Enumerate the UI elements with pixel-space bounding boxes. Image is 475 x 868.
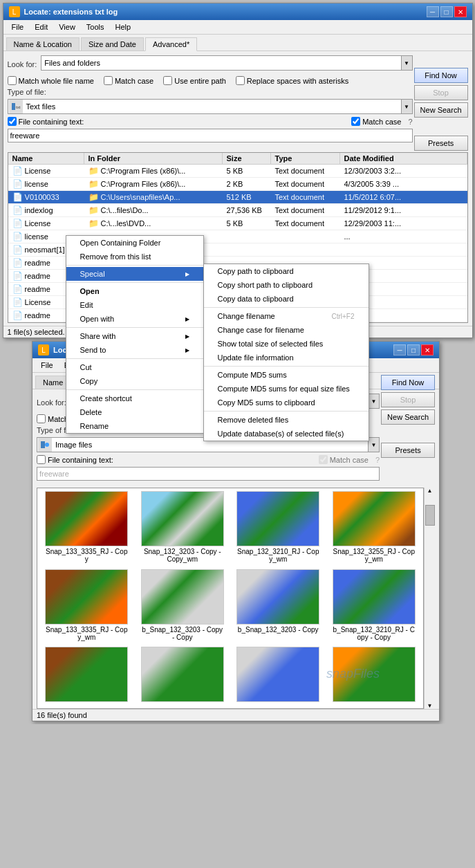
- ctx-copy[interactable]: Copy: [66, 374, 203, 388]
- sub-change-case[interactable]: Change case for filename: [204, 323, 369, 337]
- sub-remove-deleted[interactable]: Remove deleted files: [204, 413, 369, 427]
- sub-change-filename[interactable]: Change filenameCtrl+F2: [204, 309, 369, 323]
- sub-show-total-size[interactable]: Show total size of selected files: [204, 337, 369, 351]
- col-type[interactable]: Type: [271, 153, 340, 164]
- image-item-7[interactable]: b_Snap_132_3210_RJ - Copy - Copy: [328, 569, 421, 645]
- image-item-6[interactable]: b_Snap_132_3203 - Copy: [232, 569, 325, 645]
- replace-spaces-checkbox[interactable]: Replace spaces with asterisks: [236, 76, 348, 85]
- ctx-remove[interactable]: Remove from this list: [66, 250, 203, 264]
- ctx-rename[interactable]: Rename: [66, 419, 203, 433]
- close-btn-2[interactable]: ✕: [421, 344, 434, 355]
- whole-name-input-2[interactable]: [37, 414, 46, 423]
- close-btn-1[interactable]: ✕: [454, 6, 467, 17]
- file-row-4[interactable]: License 📁 C:\...les\DVD... 5 KB Text doc…: [8, 217, 467, 230]
- type-dropdown[interactable]: txt Text files ▼: [8, 99, 413, 114]
- col-date[interactable]: Date Modified: [340, 153, 467, 164]
- scrollbar-2[interactable]: ▲ ▼: [424, 488, 435, 709]
- ctx-open-containing[interactable]: Open Containing Folder: [66, 236, 203, 250]
- sub-update-db[interactable]: Update database(s) of selected file(s): [204, 427, 369, 441]
- ctx-special[interactable]: Special: [66, 267, 203, 281]
- match-case2-checkbox[interactable]: Match case: [351, 117, 401, 126]
- image-item-9[interactable]: [136, 647, 230, 705]
- lookfor-arrow[interactable]: ▼: [401, 56, 412, 70]
- sub-compute-md5-equal[interactable]: Compute MD5 sums for equal size files: [204, 382, 369, 396]
- help-icon[interactable]: ?: [408, 118, 412, 126]
- match-case2-input[interactable]: [351, 117, 360, 126]
- whole-name-checkbox[interactable]: Match whole file name: [8, 76, 94, 85]
- match-case2-checkbox-2[interactable]: Match case: [319, 455, 369, 464]
- col-size[interactable]: Size: [223, 153, 271, 164]
- menu-edit-1[interactable]: Edit: [29, 21, 53, 33]
- image-item-11[interactable]: [328, 647, 421, 705]
- scroll-up-btn[interactable]: ▲: [425, 488, 435, 494]
- scroll-thumb[interactable]: [425, 505, 435, 526]
- file-row-2[interactable]: V0100033 📁 C:\Users\snapfiles\Ap... 512 …: [8, 191, 467, 204]
- ctx-delete[interactable]: Delete: [66, 405, 203, 419]
- sub-copy-short-path[interactable]: Copy short path to clipboard: [204, 278, 369, 292]
- tab-advanced-1[interactable]: Advanced*: [145, 37, 197, 51]
- match-case-input-1[interactable]: [104, 76, 113, 85]
- stop-btn-1[interactable]: Stop: [414, 85, 468, 100]
- presets-btn-1[interactable]: Presets: [414, 136, 468, 151]
- image-item-5[interactable]: b_Snap_132_3203 - Copy - Copy: [136, 569, 230, 645]
- tab-name-location-1[interactable]: Name & Location: [6, 37, 80, 50]
- containing-text-input[interactable]: [8, 129, 413, 142]
- maximize-btn-1[interactable]: □: [440, 6, 453, 17]
- sub-update-file-info[interactable]: Update file information: [204, 351, 369, 364]
- ctx-share-with[interactable]: Share with: [66, 329, 203, 343]
- image-item-8[interactable]: [40, 647, 133, 705]
- ctx-cut[interactable]: Cut: [66, 360, 203, 374]
- sub-copy-path[interactable]: Copy path to clipboard: [204, 264, 369, 278]
- find-now-btn-2[interactable]: Find Now: [381, 375, 435, 390]
- match-case-checkbox-1[interactable]: Match case: [104, 76, 153, 85]
- ctx-open-with[interactable]: Open with: [66, 312, 203, 326]
- image-item-4[interactable]: Snap_133_3335_RJ - Copy_wm: [40, 569, 133, 645]
- sub-copy-md5[interactable]: Copy MD5 sums to clipboard: [204, 396, 369, 409]
- ctx-create-shortcut[interactable]: Create shortcut: [66, 391, 203, 405]
- replace-spaces-input[interactable]: [236, 76, 245, 85]
- whole-name-input[interactable]: [8, 76, 17, 85]
- menu-tools-1[interactable]: Tools: [81, 21, 110, 33]
- presets-btn-2[interactable]: Presets: [381, 443, 435, 458]
- entire-path-checkbox[interactable]: Use entire path: [163, 76, 226, 85]
- entire-path-input[interactable]: [163, 76, 172, 85]
- image-item-0[interactable]: Snap_133_3335_RJ - Copy: [40, 491, 133, 566]
- file-row-1[interactable]: license 📁 C:\Program Files (x86)\... 2 K…: [8, 178, 467, 191]
- file-containing-input-2[interactable]: [37, 455, 46, 464]
- menu-view-1[interactable]: View: [53, 21, 81, 33]
- menu-file-2[interactable]: File: [35, 360, 59, 371]
- menu-help-1[interactable]: Help: [110, 21, 137, 33]
- minimize-btn-1[interactable]: ─: [427, 6, 439, 17]
- stop-btn-2[interactable]: Stop: [381, 392, 435, 407]
- help-icon-2[interactable]: ?: [375, 456, 380, 464]
- file-containing-input[interactable]: [8, 117, 17, 126]
- ctx-edit[interactable]: Edit: [66, 298, 203, 312]
- ctx-open[interactable]: Open: [66, 284, 203, 298]
- type-arrow-2[interactable]: ▼: [368, 438, 379, 452]
- minimize-btn-2[interactable]: ─: [393, 344, 406, 355]
- file-row-0[interactable]: License 📁 C:\Program Files (x86)\... 5 K…: [8, 165, 467, 178]
- sub-compute-md5[interactable]: Compute MD5 sums: [204, 368, 369, 382]
- col-folder[interactable]: In Folder: [84, 153, 223, 164]
- file-containing-checkbox[interactable]: File containing text:: [8, 117, 84, 126]
- menu-file-1[interactable]: File: [6, 21, 30, 33]
- sub-copy-data[interactable]: Copy data to clipboard: [204, 292, 369, 306]
- containing-text-input-2[interactable]: [37, 467, 380, 481]
- type-arrow[interactable]: ▼: [401, 100, 412, 113]
- image-item-1[interactable]: Snap_132_3203 - Copy - Copy_wm: [136, 491, 230, 566]
- lookfor-dropdown[interactable]: Files and folders ▼: [41, 55, 412, 71]
- ctx-send-to[interactable]: Send to: [66, 343, 203, 357]
- file-row-3[interactable]: indexlog 📁 C:\...files\Do... 27,536 KB T…: [8, 204, 467, 217]
- image-item-3[interactable]: Snap_132_3255_RJ - Copy_wm: [328, 491, 421, 566]
- col-name[interactable]: Name: [8, 153, 84, 164]
- maximize-btn-2[interactable]: □: [407, 344, 420, 355]
- lookfor-arrow-2[interactable]: ▼: [368, 394, 379, 408]
- new-search-btn-1[interactable]: New Search: [414, 102, 468, 118]
- tab-size-date-1[interactable]: Size and Date: [81, 37, 144, 50]
- new-search-btn-2[interactable]: New Search: [381, 409, 435, 425]
- find-now-btn-1[interactable]: Find Now: [414, 68, 468, 83]
- image-item-2[interactable]: Snap_132_3210_RJ - Copy_wm: [232, 491, 325, 566]
- file-containing-checkbox-2[interactable]: File containing text:: [37, 455, 113, 464]
- image-item-10[interactable]: [232, 647, 325, 705]
- match-case2-input-2[interactable]: [319, 455, 328, 464]
